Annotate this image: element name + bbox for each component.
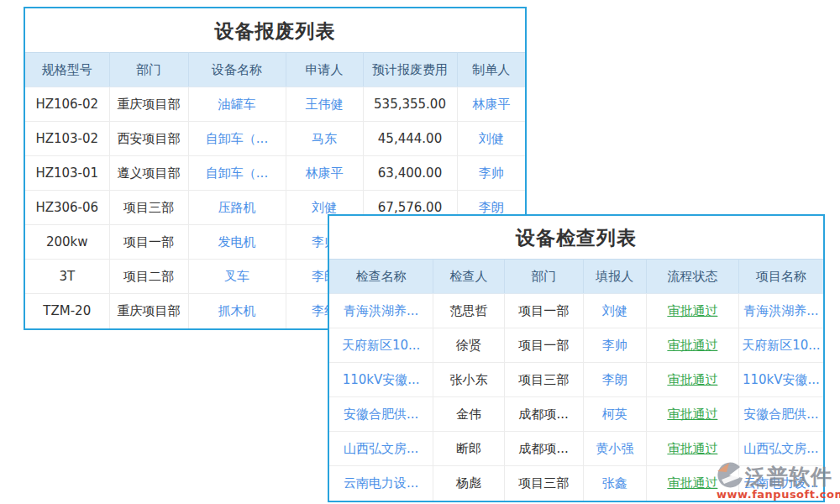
- column-header: 项目名称: [738, 260, 823, 294]
- table-cell: TZM-20: [25, 294, 109, 328]
- table-cell: 项目一部: [504, 328, 583, 363]
- table-cell: 项目二部: [109, 260, 188, 294]
- table-cell: 项目一部: [109, 225, 188, 260]
- table-cell: 成都项...: [504, 397, 583, 432]
- column-header: 设备名称: [188, 53, 286, 87]
- table-cell[interactable]: 青海洪湖养...: [738, 294, 823, 328]
- table-cell[interactable]: 柯英: [583, 397, 647, 432]
- table-cell: 项目三部: [504, 363, 583, 397]
- table-cell: 200kw: [25, 225, 109, 260]
- table-cell[interactable]: 林康平: [286, 156, 363, 191]
- table-cell: 断郎: [433, 432, 505, 466]
- table-cell[interactable]: 刘健: [583, 294, 647, 328]
- table-row: 天府新区10...徐贤项目一部李帅审批通过天府新区10...: [329, 328, 823, 363]
- column-header: 部门: [504, 260, 583, 294]
- column-header: 部门: [109, 53, 188, 87]
- table-cell: 杨彪: [433, 466, 505, 501]
- table-cell: HZ106-02: [25, 87, 109, 122]
- table-cell[interactable]: 天府新区10...: [738, 328, 823, 363]
- table-cell[interactable]: 王伟健: [286, 87, 363, 122]
- table-cell[interactable]: 安徽合肥供...: [738, 397, 823, 432]
- equipment-inspection-header-row: 检查名称检查人部门填报人流程状态项目名称: [329, 260, 823, 294]
- equipment-scrap-header-row: 规格型号部门设备名称申请人预计报废费用制单人: [25, 53, 525, 87]
- table-cell[interactable]: 林康平: [457, 87, 525, 122]
- table-cell: 金伟: [433, 397, 505, 432]
- table-cell: 3T: [25, 260, 109, 294]
- table-row: 110kV安徽...张小东项目三部李朗审批通过110kV安徽...: [329, 363, 823, 397]
- watermark-brand: 泛普软件: [745, 466, 832, 487]
- table-cell[interactable]: 压路机: [188, 191, 286, 225]
- table-cell[interactable]: 审批通过: [647, 363, 739, 397]
- table-cell[interactable]: 叉车: [188, 260, 286, 294]
- table-cell: 遵义项目部: [109, 156, 188, 191]
- column-header: 流程状态: [647, 260, 739, 294]
- table-cell: HZ306-06: [25, 191, 109, 225]
- table-cell[interactable]: 安徽合肥供...: [329, 397, 433, 432]
- table-cell[interactable]: 刘健: [457, 122, 525, 156]
- table-cell: 535,355.00: [363, 87, 457, 122]
- table-cell[interactable]: 审批通过: [647, 328, 739, 363]
- column-header: 申请人: [286, 53, 363, 87]
- equipment-inspection-table-card: 设备检查列表 检查名称检查人部门填报人流程状态项目名称青海洪湖养...范思哲项目…: [328, 214, 825, 502]
- equipment-scrap-title: 设备报废列表: [25, 8, 525, 52]
- table-row: 青海洪湖养...范思哲项目一部刘健审批通过青海洪湖养...: [329, 294, 823, 328]
- table-cell: 张小东: [433, 363, 505, 397]
- table-row: HZ103-02西安项目部自卸车（...马东45,444.00刘健: [25, 122, 525, 156]
- table-cell: 徐贤: [433, 328, 505, 363]
- table-cell: 重庆项目部: [109, 294, 188, 328]
- table-cell: 西安项目部: [109, 122, 188, 156]
- table-cell[interactable]: 黄小强: [583, 432, 647, 466]
- equipment-inspection-title: 设备检查列表: [329, 216, 823, 259]
- table-cell: 项目三部: [109, 191, 188, 225]
- column-header: 制单人: [457, 53, 525, 87]
- column-header: 规格型号: [25, 53, 109, 87]
- watermark: 泛普软件 www.fanpusoft.com: [717, 461, 836, 500]
- table-cell[interactable]: 自卸车（...: [188, 122, 286, 156]
- table-cell[interactable]: 马东: [286, 122, 363, 156]
- table-cell[interactable]: 自卸车（...: [188, 156, 286, 191]
- table-row: 安徽合肥供...金伟成都项...柯英审批通过安徽合肥供...: [329, 397, 823, 432]
- table-cell[interactable]: 云南电力设...: [329, 466, 433, 501]
- table-cell: 成都项...: [504, 432, 583, 466]
- column-header: 检查人: [433, 260, 505, 294]
- table-cell[interactable]: 审批通过: [647, 294, 739, 328]
- table-cell: HZ103-02: [25, 122, 109, 156]
- table-cell[interactable]: 山西弘文房...: [329, 432, 433, 466]
- column-header: 检查名称: [329, 260, 433, 294]
- table-row: HZ106-02重庆项目部油罐车王伟健535,355.00林康平: [25, 87, 525, 122]
- table-cell[interactable]: 李帅: [457, 156, 525, 191]
- table-cell[interactable]: 天府新区10...: [329, 328, 433, 363]
- table-cell: 63,400.00: [363, 156, 457, 191]
- watermark-url: www.fanpusoft.com: [717, 489, 836, 500]
- table-cell[interactable]: 发电机: [188, 225, 286, 260]
- table-cell[interactable]: 张鑫: [583, 466, 647, 501]
- table-cell[interactable]: 李朗: [583, 363, 647, 397]
- column-header: 预计报废费用: [363, 53, 457, 87]
- table-cell[interactable]: 110kV安徽...: [738, 363, 823, 397]
- table-cell[interactable]: 110kV安徽...: [329, 363, 433, 397]
- table-cell: 范思哲: [433, 294, 505, 328]
- table-cell[interactable]: 青海洪湖养...: [329, 294, 433, 328]
- table-row: HZ103-01遵义项目部自卸车（...林康平63,400.00李帅: [25, 156, 525, 191]
- table-cell: 项目一部: [504, 294, 583, 328]
- table-cell: 45,444.00: [363, 122, 457, 156]
- table-cell: 项目三部: [504, 466, 583, 501]
- table-cell[interactable]: 抓木机: [188, 294, 286, 328]
- table-cell: 重庆项目部: [109, 87, 188, 122]
- column-header: 填报人: [583, 260, 647, 294]
- table-cell[interactable]: 审批通过: [647, 397, 739, 432]
- table-cell: HZ103-01: [25, 156, 109, 191]
- table-cell[interactable]: 油罐车: [188, 87, 286, 122]
- table-cell[interactable]: 李帅: [583, 328, 647, 363]
